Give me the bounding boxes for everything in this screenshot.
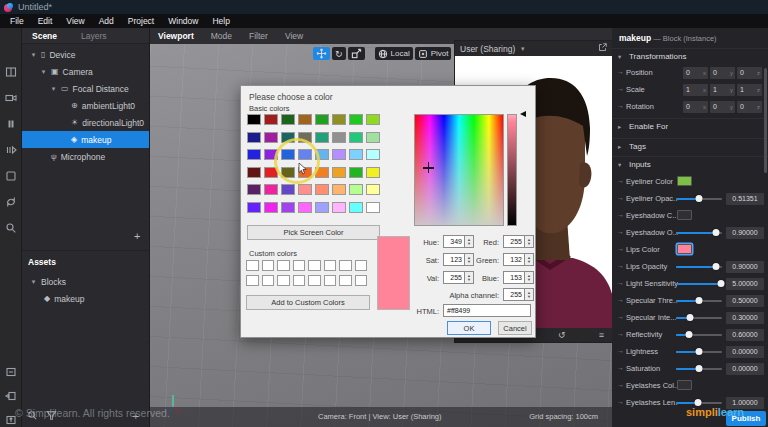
scale-tool-button[interactable]: [348, 47, 365, 60]
value-box[interactable]: 0.90000: [726, 227, 764, 239]
slider[interactable]: [676, 317, 722, 319]
transform-value-x[interactable]: 1x: [683, 84, 708, 96]
slider-thumb[interactable]: [686, 314, 693, 321]
menu-viewport[interactable]: Viewport: [158, 31, 194, 41]
section-enable-for[interactable]: ▸ Enable For: [612, 118, 768, 134]
assets-group-blocks[interactable]: ▾ Blocks: [22, 273, 149, 290]
frame-icon[interactable]: [0, 168, 22, 184]
menu-filter[interactable]: Filter: [249, 31, 268, 41]
value-box[interactable]: 0.50000: [726, 295, 764, 307]
basic-color-swatch[interactable]: [332, 167, 346, 178]
slider-thumb[interactable]: [685, 331, 692, 338]
menu-help[interactable]: Help: [212, 16, 229, 26]
basic-color-swatch[interactable]: [315, 184, 329, 195]
tab-layers[interactable]: Layers: [81, 31, 107, 41]
menu-view[interactable]: View: [285, 31, 303, 41]
tree-item-camera[interactable]: ▾▣Camera: [22, 63, 149, 80]
basic-color-swatch[interactable]: [298, 184, 312, 195]
slider[interactable]: [676, 198, 722, 200]
add-asset-button[interactable]: +: [133, 410, 139, 422]
basic-color-swatch[interactable]: [332, 202, 346, 213]
basic-color-swatch[interactable]: [264, 114, 278, 125]
custom-color-swatch[interactable]: [293, 260, 306, 271]
slider[interactable]: [676, 402, 722, 404]
add-to-custom-colors-button[interactable]: Add to Custom Colors: [246, 295, 370, 310]
ok-button[interactable]: OK: [447, 321, 491, 335]
value-box[interactable]: 0.00000: [726, 346, 764, 358]
cancel-button[interactable]: Cancel: [498, 321, 532, 335]
basic-color-swatch[interactable]: [264, 132, 278, 143]
custom-color-swatch[interactable]: [262, 260, 275, 271]
tree-item-makeup[interactable]: ◈makeup: [22, 131, 149, 148]
basic-color-swatch[interactable]: [366, 202, 380, 213]
section-inputs[interactable]: ▾ Inputs: [612, 156, 768, 172]
slider[interactable]: [676, 266, 722, 268]
custom-color-swatch[interactable]: [355, 260, 368, 271]
value-box[interactable]: 0.90000: [726, 261, 764, 273]
transform-value-y[interactable]: 1y: [710, 84, 735, 96]
transform-value-y[interactable]: 0y: [710, 101, 735, 113]
custom-color-swatch[interactable]: [324, 275, 337, 286]
menu-file[interactable]: File: [10, 16, 24, 26]
slider[interactable]: [676, 283, 722, 285]
preview-menu-icon[interactable]: ≡: [599, 330, 604, 340]
slider-thumb[interactable]: [696, 297, 703, 304]
custom-color-swatch[interactable]: [308, 260, 321, 271]
upload-icon[interactable]: [0, 412, 22, 427]
asset-search-icon[interactable]: [27, 410, 38, 423]
basic-color-swatch[interactable]: [247, 114, 261, 125]
publish-button[interactable]: Publish: [726, 411, 766, 426]
pause-icon[interactable]: [0, 116, 22, 132]
basic-color-swatch[interactable]: [332, 132, 346, 143]
basic-color-swatch[interactable]: [315, 114, 329, 125]
reset-view-icon[interactable]: ↺: [558, 330, 566, 340]
tree-item-directionallight0[interactable]: ☀directionalLight0: [22, 114, 149, 131]
sync-icon[interactable]: [0, 194, 22, 210]
value-slider-indicator[interactable]: [520, 111, 526, 117]
basic-color-swatch[interactable]: [247, 132, 261, 143]
menu-project[interactable]: Project: [128, 16, 154, 26]
basic-color-swatch[interactable]: [366, 149, 380, 160]
basic-color-swatch[interactable]: [264, 184, 278, 195]
tree-item-microphone[interactable]: ψMicrophone: [22, 148, 149, 165]
basic-color-swatch[interactable]: [315, 132, 329, 143]
asset-item-makeup[interactable]: ◆ makeup: [22, 290, 149, 307]
view-selector[interactable]: User (Sharing): [460, 44, 515, 54]
camera-icon[interactable]: [0, 90, 22, 106]
value-box[interactable]: 1.00000: [726, 397, 764, 409]
value-box[interactable]: 0.00000: [726, 363, 764, 375]
basic-color-swatch[interactable]: [332, 184, 346, 195]
basic-color-swatch[interactable]: [332, 149, 346, 160]
tree-item-device[interactable]: ▾▯Device: [22, 46, 149, 63]
asset-filter-icon[interactable]: [46, 410, 57, 423]
add-object-button[interactable]: +: [134, 230, 140, 242]
caret-down-icon[interactable]: ▾: [50, 85, 57, 93]
slider[interactable]: [676, 351, 722, 353]
html-color-input[interactable]: #ff8499: [443, 304, 531, 317]
transform-value-z[interactable]: 1z: [737, 84, 762, 96]
basic-color-swatch[interactable]: [366, 184, 380, 195]
section-tags[interactable]: ▸ Tags: [612, 138, 768, 154]
basic-color-swatch[interactable]: [332, 114, 346, 125]
pop-out-icon[interactable]: [598, 43, 607, 54]
basic-color-swatch[interactable]: [281, 114, 295, 125]
slider-thumb[interactable]: [696, 348, 703, 355]
menu-mode[interactable]: Mode: [211, 31, 232, 41]
slider[interactable]: [676, 232, 722, 234]
pivot-button[interactable]: Pivot: [415, 47, 452, 60]
basic-color-swatch[interactable]: [247, 149, 261, 160]
green-spinbox[interactable]: 132▲▼: [503, 253, 534, 266]
dock-left-icon[interactable]: [0, 388, 22, 404]
basic-color-swatch[interactable]: [315, 202, 329, 213]
value-box[interactable]: 5.00000: [726, 278, 764, 290]
section-transformations[interactable]: ▾ Transformations: [612, 48, 768, 64]
custom-color-swatch[interactable]: [324, 260, 337, 271]
transform-value-z[interactable]: 0z: [737, 101, 762, 113]
basic-color-swatch[interactable]: [298, 202, 312, 213]
search-icon[interactable]: [0, 220, 22, 236]
custom-color-swatch[interactable]: [308, 275, 321, 286]
basic-color-swatch[interactable]: [247, 167, 261, 178]
slider[interactable]: [676, 300, 722, 302]
basic-color-swatch[interactable]: [264, 202, 278, 213]
blue-spinbox[interactable]: 153▲▼: [503, 271, 534, 284]
